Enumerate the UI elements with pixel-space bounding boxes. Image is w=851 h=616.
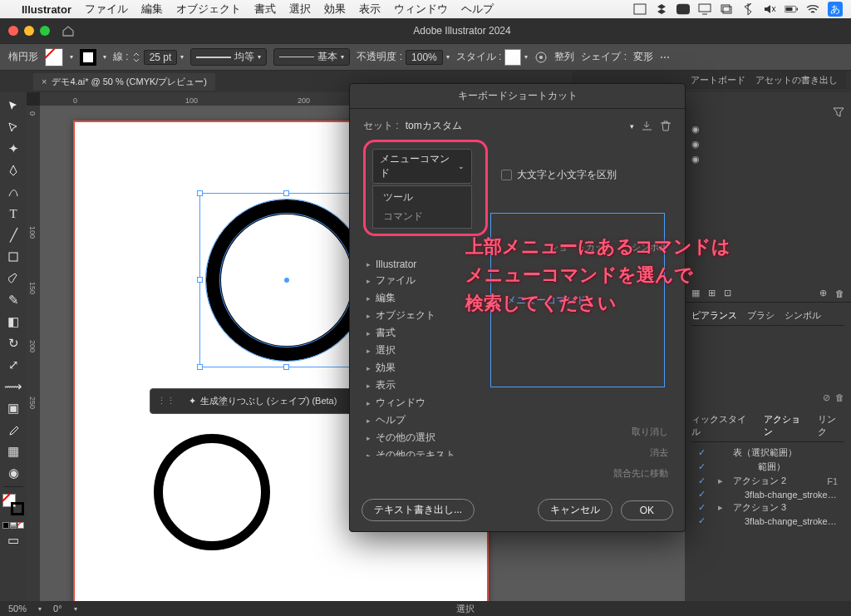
eraser-tool[interactable]: ◧ (2, 312, 24, 332)
ok-button[interactable]: OK (621, 500, 673, 520)
shaper-tool[interactable]: ✎ (2, 290, 24, 310)
menu-item-menucmd[interactable]: メニューコマンド (490, 213, 665, 387)
shape-label[interactable]: シェイプ : (581, 50, 627, 64)
fill-stroke-control[interactable] (2, 494, 24, 519)
handle-bm[interactable] (283, 364, 289, 370)
tab-artboard[interactable]: アートボード (691, 74, 745, 86)
scale-tool[interactable]: ⤢ (2, 355, 24, 375)
tray-stack-icon[interactable] (720, 2, 733, 16)
stroke-stepper-icon[interactable] (132, 52, 140, 63)
cancel-button[interactable]: キャンセル (538, 499, 612, 521)
generative-fill-button[interactable]: ✦生成塗りつぶし (シェイプ) (Beta) (184, 392, 342, 410)
color-mode-minis[interactable] (2, 522, 24, 529)
rect-tool[interactable] (2, 247, 24, 267)
category-dropdown[interactable]: メニューコマンド⌄ (372, 149, 472, 184)
width-tool[interactable]: ⟿ (2, 377, 24, 397)
line-tool[interactable]: ╱ (2, 225, 24, 245)
caret-down-icon[interactable]: ▾ (38, 605, 42, 613)
tab-appearance[interactable]: ピアランス (691, 309, 737, 322)
type-tool[interactable]: T (2, 204, 24, 224)
case-checkbox[interactable] (501, 170, 512, 180)
rotate-tool[interactable]: ↻ (2, 333, 24, 353)
tab-asset-export[interactable]: アセットの書き出し (755, 74, 838, 86)
action-row[interactable]: ✓3flab-change_stroke_width_down (696, 515, 839, 527)
panel-icon[interactable]: 🗑 (835, 288, 844, 298)
menu-edit[interactable]: 編集 (141, 2, 163, 17)
transform-label[interactable]: 変形 (633, 50, 653, 64)
swatch-caret-icon[interactable]: ▾ (70, 53, 73, 61)
minimize-window-button[interactable] (24, 26, 34, 36)
action-row[interactable]: ✓3flab-change_stroke_width_up (696, 488, 839, 500)
selection-tool[interactable] (2, 96, 24, 116)
action-row[interactable]: ✓表（選択範囲） (696, 446, 839, 460)
menu-object[interactable]: オブジェクト (176, 2, 241, 17)
tray-ime[interactable]: あ (828, 2, 843, 17)
ellipse-shape[interactable] (154, 434, 270, 550)
recolor-icon[interactable] (534, 51, 548, 64)
tab-symbol[interactable]: シンボル (785, 309, 821, 322)
free-transform-tool[interactable]: ▣ (2, 398, 24, 418)
tray-battery-icon[interactable] (785, 2, 798, 16)
menu-type[interactable]: 書式 (254, 2, 276, 17)
close-window-button[interactable] (8, 26, 18, 36)
handle-bl[interactable] (197, 364, 203, 370)
set-dropdown[interactable]: tomカスタム (406, 119, 623, 133)
screen-mode-tool[interactable]: ▭ (2, 530, 24, 550)
panel-icon[interactable]: ⊕ (819, 288, 827, 298)
tab-brush[interactable]: ブラシ (747, 309, 775, 322)
visibility-icon[interactable]: ◉ (691, 154, 844, 165)
menu-select[interactable]: 選択 (289, 2, 311, 17)
curvature-tool[interactable] (2, 182, 24, 202)
icon[interactable]: ⊘ (823, 392, 830, 403)
tab-gstyle[interactable]: ィックスタイル (691, 413, 754, 438)
pen-tool[interactable] (2, 160, 24, 180)
direct-select-tool[interactable] (2, 117, 24, 137)
maximize-window-button[interactable] (40, 26, 50, 36)
tray-line-icon[interactable] (676, 2, 690, 16)
handle-tl[interactable] (197, 190, 203, 196)
stroke-swatch[interactable] (80, 49, 96, 66)
tray-display-icon[interactable] (698, 2, 711, 16)
opacity-input[interactable]: 100% (406, 50, 443, 65)
document-tab[interactable]: × デモ4.ai* @ 50 % (CMYK/プレビュー) (33, 73, 215, 91)
save-set-icon[interactable] (641, 120, 653, 132)
handle-lm[interactable] (197, 277, 203, 283)
zoom-field[interactable]: 50% (8, 604, 27, 614)
style-swatch[interactable] (504, 49, 521, 66)
menu-file[interactable]: ファイル (85, 2, 128, 17)
menu-view[interactable]: 表示 (359, 2, 381, 17)
tab-link[interactable]: リンク (818, 413, 844, 438)
export-text-button[interactable]: テキスト書き出し... (362, 499, 475, 521)
delete-set-icon[interactable] (660, 120, 671, 132)
fill-swatch[interactable] (45, 48, 63, 67)
visibility-icon[interactable]: ◉ (691, 139, 844, 150)
handle-tm[interactable] (283, 190, 289, 196)
home-icon[interactable] (61, 24, 75, 37)
tray-mute-icon[interactable] (763, 2, 776, 16)
panel-icon[interactable]: ⊡ (724, 288, 731, 298)
menu-window[interactable]: ウィンドウ (394, 2, 448, 17)
menu-effect[interactable]: 効果 (324, 2, 346, 17)
eyedropper-tool[interactable] (2, 420, 24, 440)
icon[interactable]: 🗑 (835, 392, 844, 403)
app-name[interactable]: Illustrator (22, 3, 71, 16)
wand-tool[interactable]: ✦ (2, 139, 24, 159)
gradient-tool[interactable]: ▦ (2, 441, 24, 461)
rotation-field[interactable]: 0° (53, 604, 62, 614)
brush-tool[interactable] (2, 269, 24, 288)
drag-handle-icon[interactable]: ⋮⋮ (157, 396, 175, 407)
tray-dropbox-icon[interactable] (655, 2, 668, 16)
tray-bluetooth-icon[interactable] (741, 2, 755, 16)
caret-down-icon[interactable]: ▾ (74, 605, 77, 613)
tray-box-icon[interactable] (633, 2, 647, 16)
tab-close-icon[interactable]: × (42, 76, 47, 86)
filter-icon[interactable] (833, 107, 844, 117)
align-label[interactable]: 整列 (554, 50, 574, 64)
action-row[interactable]: ✓範囲） (696, 460, 839, 474)
tree-item[interactable]: ▸ウィンドウ (363, 394, 671, 411)
blend-tool[interactable]: ◉ (2, 463, 24, 483)
action-row[interactable]: ✓▸アクション 2F1 (696, 474, 839, 488)
menu-item-tools[interactable]: ツール (373, 188, 471, 207)
caret-down-icon[interactable]: ▾ (524, 53, 528, 61)
panel-icon[interactable]: ▦ (691, 288, 700, 298)
